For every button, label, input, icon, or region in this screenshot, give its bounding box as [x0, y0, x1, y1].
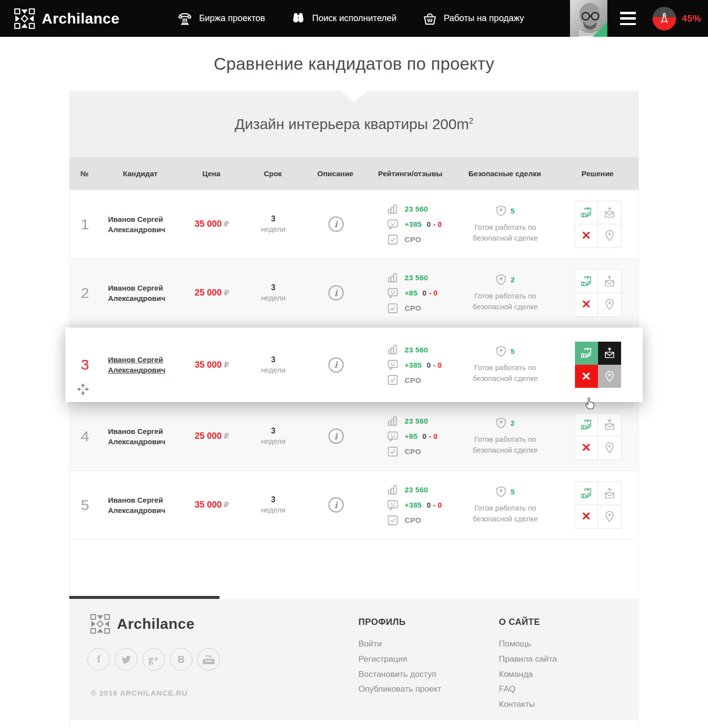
price-value: 35 000 — [194, 360, 221, 370]
reject-button[interactable]: ✕ — [575, 293, 598, 316]
reject-button[interactable]: ✕ — [575, 505, 598, 528]
price-cell: 35 000 ₽ — [181, 219, 243, 229]
accept-deal-button[interactable] — [575, 482, 598, 505]
nav-item-find-contractors[interactable]: Поиск исполнителей — [291, 11, 397, 26]
decision-buttons: ✕ — [574, 341, 622, 388]
twitter-icon[interactable] — [115, 648, 137, 671]
bottom-strip — [69, 720, 639, 728]
description-cell: i — [304, 285, 368, 300]
location-button[interactable] — [598, 224, 621, 247]
send-message-button[interactable] — [598, 342, 621, 365]
send-mail-icon — [603, 347, 616, 359]
send-message-button[interactable] — [598, 270, 621, 293]
bar-chart-icon — [387, 272, 399, 284]
candidate-name-link[interactable]: Иванов Сергей Александрович — [108, 283, 173, 303]
nav-item-projects-exchange[interactable]: Биржа проектов — [177, 11, 265, 26]
info-icon[interactable]: i — [328, 216, 344, 232]
user-avatar[interactable] — [570, 0, 607, 37]
info-icon[interactable]: i — [328, 429, 344, 444]
accept-deal-button[interactable] — [575, 270, 598, 293]
term-unit: недели — [261, 224, 285, 234]
brand-logo[interactable]: Archilance — [14, 8, 119, 29]
safe-deals-count: 5 — [511, 487, 515, 496]
accept-deal-button[interactable] — [575, 413, 598, 436]
certificate-label: СРО — [405, 516, 421, 524]
nav-label: Работы на продажу — [444, 13, 524, 24]
accept-deal-button[interactable] — [575, 342, 598, 365]
decision-buttons: ✕ — [574, 201, 622, 248]
reviews-line: +385 0 - 0 — [387, 359, 442, 371]
send-message-button[interactable] — [598, 482, 621, 505]
info-icon[interactable]: i — [328, 357, 344, 373]
x-icon: ✕ — [581, 230, 591, 242]
reviews-smiley-icon — [387, 499, 399, 511]
footer-link-help[interactable]: Помощь — [499, 639, 531, 648]
row-number-cell: 2 — [70, 285, 100, 301]
reject-button[interactable]: ✕ — [575, 365, 598, 388]
handshake-box-icon — [580, 207, 593, 218]
vk-icon[interactable]: B — [170, 648, 192, 671]
bar-chart-icon — [387, 344, 399, 355]
info-icon[interactable]: i — [328, 497, 344, 512]
term-unit: недели — [261, 505, 285, 515]
price-value: 25 000 — [194, 288, 221, 298]
move-cursor-icon — [77, 383, 89, 395]
term-cell: 3 недели — [243, 214, 304, 234]
projects-rating-line: 23 560 — [387, 272, 428, 284]
footer-brand-logo[interactable]: Archilance — [90, 614, 194, 634]
ratings-cell: 23 560 +385 0 - 0 — [368, 203, 454, 245]
ratings-cell: 23 560 +385 0 - 0 — [368, 344, 454, 386]
handshake-box-icon — [580, 419, 593, 431]
footer-link-publish-project[interactable]: Опубликовать проект — [358, 684, 441, 694]
footer-link-register[interactable]: Регистрация — [358, 654, 407, 664]
menu-button[interactable] — [620, 12, 636, 25]
nav-item-works-for-sale[interactable]: Работы на продажу — [422, 11, 524, 26]
accept-deal-button[interactable] — [575, 201, 598, 224]
candidate-name-link[interactable]: Иванов Сергей Александрович — [108, 354, 173, 375]
ratings-cell: 23 560 +85 0 - 0 — [368, 415, 454, 458]
footer-link-restore-access[interactable]: Востановить доступ — [358, 670, 436, 679]
reviews-smiley-icon — [387, 218, 399, 230]
location-button[interactable] — [598, 293, 621, 316]
info-icon[interactable]: i — [328, 285, 344, 300]
term-cell: 3 недели — [243, 495, 304, 514]
google-plus-icon[interactable]: g+ — [142, 648, 165, 671]
footer-link-team[interactable]: Команда — [499, 670, 533, 679]
profile-progress-indicator[interactable] — [653, 7, 676, 30]
candidate-name-link[interactable]: Иванов Сергей Александрович — [108, 426, 173, 447]
footer-link-login[interactable]: Войти — [358, 639, 382, 648]
candidate-name-link[interactable]: Иванов Сергей Александрович — [108, 495, 173, 515]
send-message-button[interactable] — [598, 201, 621, 224]
certificate-line: СРО — [387, 514, 421, 526]
handshake-box-icon — [580, 275, 593, 287]
table-row: 5 Иванов Сергей Александрович 35 000 ₽ 3… — [70, 471, 638, 539]
candidate-name-link[interactable]: Иванов Сергей Александрович — [108, 214, 173, 235]
youtube-icon[interactable]: YouTube — [197, 648, 220, 671]
column-header-term: Срок — [242, 169, 303, 178]
reviews-positive: +385 — [405, 361, 422, 369]
main-nav: Биржа проектов Поиск исполнителей — [177, 11, 524, 26]
location-button[interactable] — [598, 365, 621, 388]
reviews-negative: - 0 — [433, 220, 442, 228]
description-cell: i — [304, 357, 368, 373]
decision-buttons: ✕ — [574, 482, 622, 529]
safe-deal-cell: 2 Готов работать по безопасной сделке — [454, 417, 557, 456]
reviews-negative: - 0 — [433, 361, 442, 369]
reject-button[interactable]: ✕ — [575, 436, 598, 459]
footer-link-contacts[interactable]: Контакты — [499, 700, 535, 709]
footer-link-site-rules[interactable]: Правила сайта — [499, 654, 557, 664]
checkbox-icon — [387, 234, 399, 245]
term-value: 3 — [271, 283, 275, 293]
bar-chart-icon — [387, 415, 399, 427]
facebook-icon[interactable]: f — [87, 648, 110, 671]
send-message-button[interactable] — [598, 413, 621, 436]
location-button[interactable] — [598, 505, 621, 528]
ratings-cell: 23 560 +85 0 - 0 — [368, 272, 454, 314]
term-value: 3 — [271, 355, 275, 365]
reviews-positive: +385 — [405, 220, 422, 228]
reject-button[interactable]: ✕ — [575, 224, 598, 247]
hamburger-icon — [620, 12, 636, 14]
footer-link-faq[interactable]: FAQ — [499, 684, 516, 694]
location-button[interactable] — [598, 436, 621, 459]
checkbox-icon — [387, 446, 399, 458]
